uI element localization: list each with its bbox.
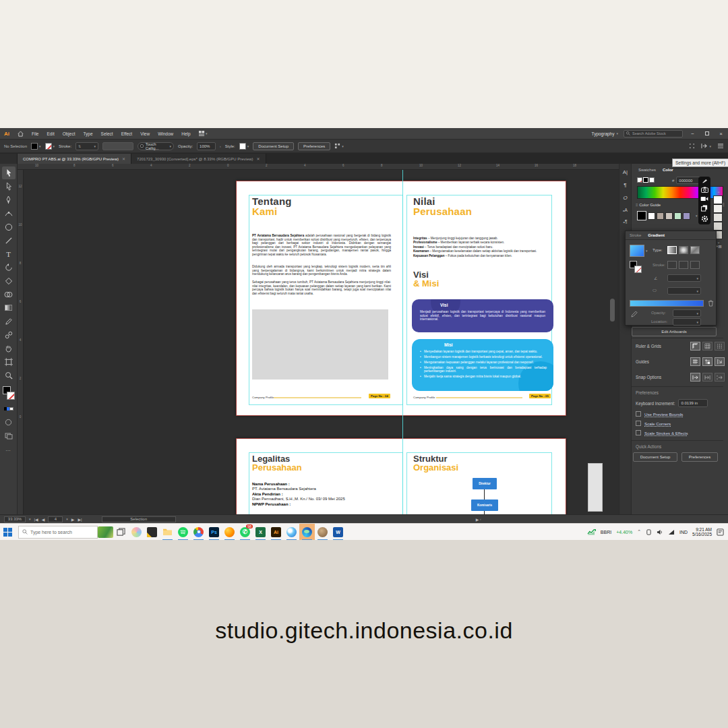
tint-chip[interactable] [713, 204, 723, 213]
tint-chip[interactable] [713, 195, 723, 204]
paragraph-panel-icon[interactable]: ¶ [624, 182, 626, 188]
artboard-spread-2[interactable]: Legalitas Perusahaan Nama Perusahaan : P… [236, 438, 566, 514]
brush-preview[interactable] [102, 142, 133, 150]
zoom-level-field[interactable]: 33.33% [4, 516, 26, 522]
clock[interactable]: 9:21 AM 5/16/2025 [692, 527, 712, 537]
direct-selection-tool-icon[interactable] [2, 180, 16, 193]
location-field[interactable]: ▾ [673, 318, 701, 326]
fill-stroke-swatches[interactable] [2, 386, 16, 402]
show-guides-icon[interactable] [690, 357, 700, 366]
none-swatch[interactable] [637, 177, 642, 183]
harmony-chip[interactable] [657, 212, 664, 220]
pixel-grid-toggle-icon[interactable] [715, 342, 725, 351]
zoom-tool-icon[interactable] [2, 369, 16, 382]
pc-status-icon[interactable] [646, 529, 652, 535]
grid-toggle-icon[interactable] [702, 342, 712, 351]
snap-to-guides-icon[interactable] [715, 357, 725, 366]
notes-app-icon[interactable] [144, 524, 160, 541]
blend-tool-icon[interactable] [2, 328, 16, 341]
copilot-icon[interactable] [129, 524, 144, 541]
canvas[interactable]: 108642024681012141618 121086420 Tentang … [18, 164, 619, 514]
scale-strokes-effects-checkbox[interactable] [636, 430, 641, 435]
base-color-chip[interactable] [637, 211, 646, 220]
gradient-opacity-field[interactable]: ▾ [673, 309, 701, 317]
stock-ticker[interactable]: BBRI [601, 530, 611, 535]
menu-effect[interactable]: Effect [117, 128, 137, 139]
edge-icon-active[interactable] [299, 524, 315, 541]
scroll-up-icon[interactable]: ⌃ [713, 191, 724, 195]
browser-icon[interactable] [284, 524, 299, 541]
tab-close-icon[interactable]: ✕ [122, 156, 125, 161]
dots-grid-icon[interactable] [689, 143, 695, 149]
photoshop-icon[interactable]: Ps [206, 524, 222, 541]
prev-artboard-icon[interactable]: ◀ [42, 517, 45, 522]
artboard-spread-1[interactable]: Tentang Kami PT Aviatama Bersaudara Seja… [236, 181, 566, 416]
network-icon[interactable] [668, 529, 675, 535]
chevron-down-icon[interactable]: ▾ [696, 214, 698, 218]
language-indicator[interactable]: IND [679, 530, 688, 535]
pages-copy-icon[interactable] [701, 205, 708, 212]
zoom-dropdown-icon[interactable]: ▾ [29, 517, 31, 521]
mini-fill-stroke[interactable] [630, 261, 643, 274]
scale-corners-checkbox[interactable] [636, 421, 641, 426]
keyboard-increment-field[interactable]: 0.0139 in [678, 399, 708, 407]
line-tool-icon[interactable] [2, 234, 16, 247]
color-mode-bar[interactable] [2, 402, 16, 415]
opentype-panel-icon[interactable]: O [623, 195, 627, 201]
opacity-field[interactable]: 100% [197, 142, 216, 150]
snap-to-grid-icon[interactable] [702, 373, 712, 382]
rotate-tool-icon[interactable] [2, 261, 16, 274]
stock-change[interactable]: +4.40% [616, 530, 632, 535]
shaper-tool-icon[interactable] [2, 274, 16, 287]
chrome-icon[interactable] [191, 524, 206, 541]
tab-overflow-chip[interactable] [0, 154, 18, 164]
stock-chart-icon[interactable] [587, 528, 596, 535]
gradient-slider[interactable] [630, 300, 704, 307]
lock-guides-icon[interactable] [702, 357, 712, 366]
gradient-type-freeform[interactable] [690, 246, 700, 254]
spotify-icon[interactable] [175, 524, 191, 541]
edit-artboards-button[interactable]: Edit Artboards [632, 327, 717, 336]
color-guide-title[interactable]: Color Guide [639, 203, 661, 207]
glyph-panel-icon[interactable]: ₐA [623, 208, 628, 212]
menu-file[interactable]: File [28, 128, 42, 139]
curvature-tool-icon[interactable] [2, 207, 16, 220]
character-panel-icon[interactable]: A| [623, 169, 628, 175]
shape-builder-tool-icon[interactable] [2, 288, 16, 301]
word-icon[interactable]: W [330, 524, 346, 541]
first-artboard-icon[interactable]: |◀ [34, 517, 38, 522]
document-tab-inactive[interactable]: 7201723_30930 [Converted].eps* @ 8.33% (… [131, 154, 266, 164]
brush-select[interactable]: Touch Callig...▾ [138, 142, 174, 150]
tab-close-icon[interactable]: ✕ [257, 156, 260, 161]
artboard-nav-field[interactable]: 4 [48, 516, 63, 522]
last-artboard-icon[interactable]: ▶| [78, 517, 82, 522]
qa-preferences-button[interactable]: Preferences [681, 452, 718, 462]
menu-view[interactable]: View [136, 128, 154, 139]
start-button[interactable] [0, 524, 16, 541]
draw-mode-icon[interactable] [2, 416, 16, 429]
file-explorer-icon[interactable] [160, 524, 175, 541]
snap-to-point-icon[interactable] [690, 373, 700, 382]
pen-tool-icon[interactable] [2, 193, 16, 206]
firefox-icon[interactable] [222, 524, 237, 541]
tint-chip[interactable] [713, 213, 723, 222]
next-artboard-icon[interactable]: ▶ [71, 517, 75, 522]
gradient-type-radial[interactable] [679, 246, 688, 254]
stroke-across-icon[interactable] [690, 261, 700, 269]
workspace-switcher[interactable]: Typography▾ [592, 131, 618, 136]
document-tab-active[interactable]: COMPRO PT ABS.ai @ 33.33% (RGB/GPU Previ… [18, 154, 131, 164]
gradient-type-linear[interactable] [667, 246, 677, 254]
excel-icon[interactable]: X [253, 524, 268, 541]
harmony-chip[interactable] [683, 212, 690, 220]
speaker-icon[interactable] [657, 529, 663, 535]
notification-center-icon[interactable] [717, 528, 724, 536]
tab-gradient[interactable]: Gradient [648, 233, 665, 237]
minimize-button[interactable]: − [688, 131, 697, 137]
video-camera-icon[interactable] [700, 196, 708, 202]
document-setup-button[interactable]: Document Setup [253, 142, 294, 150]
use-preview-bounds-checkbox[interactable] [636, 411, 641, 417]
gradient-fill-swatch[interactable] [630, 245, 644, 257]
harmony-chip[interactable] [648, 212, 655, 220]
fill-swatch[interactable] [31, 143, 38, 150]
adobe-stock-search[interactable]: Search Adobe Stock [624, 130, 683, 138]
